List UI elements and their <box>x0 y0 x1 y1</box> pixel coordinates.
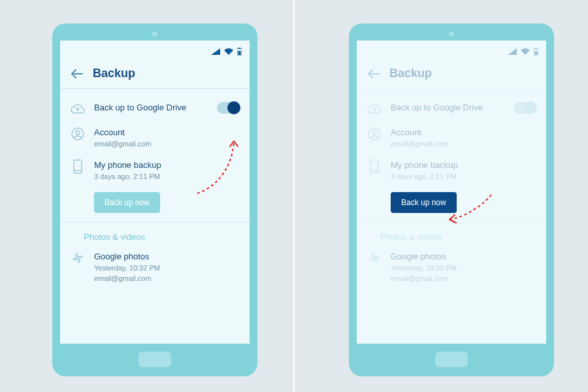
wifi-icon <box>521 48 530 55</box>
signal-icon <box>211 48 220 55</box>
status-bar <box>357 41 546 63</box>
battery-icon <box>237 48 242 56</box>
phone-camera-dot <box>152 31 157 37</box>
screen: Backup Back up to Google Drive <box>357 41 546 344</box>
account-label: Account <box>94 127 239 139</box>
panel-divider <box>293 0 295 392</box>
account-row[interactable]: Account email@gmail.com <box>367 123 536 155</box>
backup-section: Back up to Google Drive Account email@gm… <box>357 89 546 222</box>
phone-backup-value: 3 days ago, 2:11 PM <box>391 171 536 182</box>
cloud-icon <box>71 102 85 116</box>
phone-backup-value: 3 days ago, 2:11 PM <box>94 171 239 182</box>
phone-home-button <box>435 351 468 367</box>
page-header: Backup <box>60 63 250 88</box>
svg-rect-2 <box>238 48 240 49</box>
google-photos-row[interactable]: Google photos Yesterday, 10:32 PM email@… <box>71 247 239 290</box>
phone-backup-row[interactable]: My phone backup 3 days ago, 2:11 PM <box>367 155 536 188</box>
google-photos-account: email@gmail.com <box>391 273 536 284</box>
photos-section: Photos & videos Google photos Yesterday,… <box>60 223 250 299</box>
phone-backup-label: My phone backup <box>94 159 239 171</box>
svg-rect-9 <box>535 48 537 49</box>
page-title: Backup <box>389 67 432 80</box>
account-value: email@gmail.com <box>94 139 239 149</box>
phone-icon <box>367 159 382 174</box>
backup-now-button[interactable]: Back up now <box>94 192 160 213</box>
screen: Backup Back up to Google Drive <box>60 41 250 344</box>
account-icon <box>71 127 85 141</box>
backup-drive-row: Back up to Google Drive <box>71 98 239 123</box>
signal-icon <box>508 48 517 55</box>
phone-mockup-step1: Backup Back up to Google Drive <box>52 24 257 376</box>
phone-backup-row[interactable]: My phone backup 3 days ago, 2:11 PM <box>71 155 239 188</box>
svg-rect-1 <box>238 51 241 55</box>
phone-mockup-step2: Backup Back up to Google Drive <box>349 24 554 376</box>
backup-drive-label: Back up to Google Drive <box>391 102 504 114</box>
phone-home-button <box>139 351 171 367</box>
svg-rect-5 <box>74 160 82 173</box>
svg-rect-12 <box>370 160 378 173</box>
backup-drive-toggle[interactable] <box>514 102 536 114</box>
phone-camera-dot <box>449 31 454 37</box>
backup-drive-label: Back up to Google Drive <box>94 102 208 114</box>
backup-drive-toggle[interactable] <box>217 102 239 114</box>
backup-drive-row: Back up to Google Drive <box>367 98 536 123</box>
account-value: email@gmail.com <box>391 139 536 149</box>
google-photos-icon <box>71 251 85 265</box>
page-header: Backup <box>357 63 546 88</box>
back-button[interactable] <box>71 67 84 80</box>
battery-icon <box>534 48 538 56</box>
phone-backup-label: My phone backup <box>391 159 536 171</box>
backup-now-button[interactable]: Back up now <box>391 192 457 213</box>
status-bar <box>60 41 250 63</box>
google-photos-icon <box>367 251 382 265</box>
photos-section-title: Photos & videos <box>380 232 536 242</box>
cloud-icon <box>367 102 382 116</box>
wifi-icon <box>224 48 233 55</box>
google-photos-account: email@gmail.com <box>94 273 239 284</box>
google-photos-time: Yesterday, 10:32 PM <box>391 263 536 273</box>
back-button[interactable] <box>367 67 380 80</box>
phone-icon <box>71 159 85 174</box>
google-photos-row[interactable]: Google photos Yesterday, 10:32 PM email@… <box>367 247 536 290</box>
google-photos-label: Google photos <box>391 251 536 263</box>
account-icon <box>367 127 382 141</box>
photos-section-title: Photos & videos <box>84 232 239 242</box>
page-title: Backup <box>93 67 135 80</box>
google-photos-time: Yesterday, 10:32 PM <box>94 263 239 273</box>
svg-point-11 <box>372 131 376 135</box>
google-photos-label: Google photos <box>94 251 239 263</box>
photos-section: Photos & videos Google photos Yesterday,… <box>357 223 546 299</box>
svg-rect-8 <box>535 51 538 55</box>
backup-section: Back up to Google Drive Account email@gm… <box>60 89 250 222</box>
account-row[interactable]: Account email@gmail.com <box>71 123 239 155</box>
svg-point-4 <box>76 131 80 135</box>
account-label: Account <box>391 127 536 139</box>
